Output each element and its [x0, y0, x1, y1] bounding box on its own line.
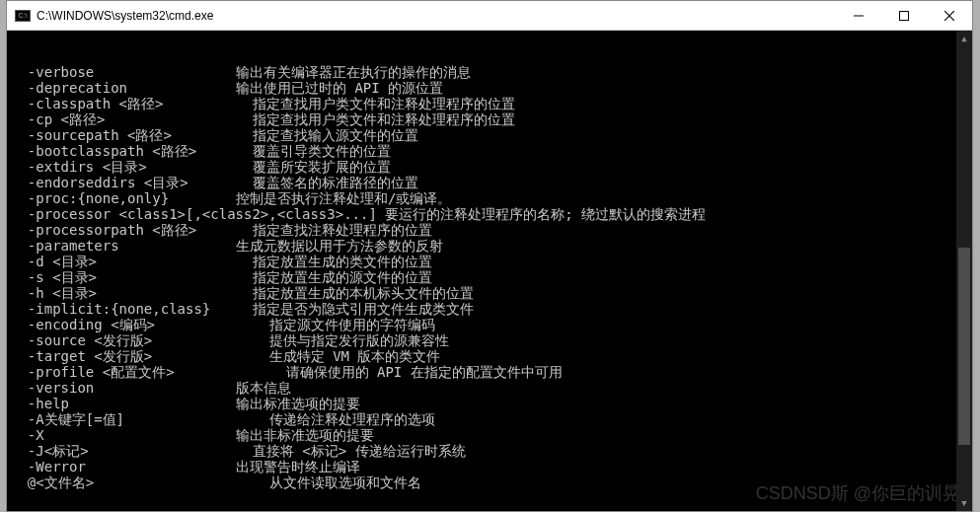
scroll-up-icon[interactable]: ▲: [956, 31, 972, 46]
option-desc: 直接将 <标记> 传递给运行时系统: [236, 443, 466, 459]
output-line: -implicit:{none,class} 指定是否为隐式引用文件生成类文件: [11, 301, 968, 317]
option-flag: -implicit:{none,class}: [11, 301, 236, 317]
option-desc: 指定是否为隐式引用文件生成类文件: [236, 301, 474, 317]
output-line: -extdirs <目录> 覆盖所安装扩展的位置: [11, 159, 968, 175]
option-flag: -J<标记>: [11, 443, 236, 459]
window-title: C:\WINDOWS\system32\cmd.exe: [37, 9, 836, 23]
option-desc: 指定查找用户类文件和注释处理程序的位置: [236, 111, 515, 127]
scroll-down-icon[interactable]: ▼: [956, 495, 972, 511]
minimize-button[interactable]: [836, 1, 881, 30]
option-flag: -A关键字[=值]: [11, 411, 236, 427]
option-flag: -extdirs <目录>: [11, 159, 236, 175]
option-flag: -bootclasspath <路径>: [11, 143, 236, 159]
output-line: -processorpath <路径> 指定查找注释处理程序的位置: [11, 222, 968, 238]
option-flag: -h <目录>: [11, 285, 236, 301]
output-line: -source <发行版> 提供与指定发行版的源兼容性: [11, 332, 968, 348]
output-line: -help输出标准选项的提要: [11, 396, 968, 411]
option-desc: 覆盖所安装扩展的位置: [236, 159, 391, 175]
option-desc: 输出使用已过时的 API 的源位置: [236, 80, 443, 96]
option-flag: -source <发行版>: [11, 332, 236, 348]
vertical-scrollbar[interactable]: ▲ ▼: [956, 31, 972, 511]
option-desc: 指定查找输入源文件的位置: [236, 127, 418, 143]
option-desc: 生成特定 VM 版本的类文件: [236, 348, 440, 364]
option-desc: 控制是否执行注释处理和/或编译。: [236, 190, 451, 206]
option-flag: -profile <配置文件>: [11, 364, 236, 380]
window-buttons: [836, 1, 972, 30]
option-flag: @<文件名>: [11, 475, 236, 490]
output-line: -cp <路径> 指定查找用户类文件和注释处理程序的位置: [11, 111, 968, 127]
output-line: -sourcepath <路径> 指定查找输入源文件的位置: [11, 127, 968, 143]
option-flag: -deprecation: [11, 80, 236, 96]
output-line: -X输出非标准选项的提要: [11, 427, 968, 443]
close-button[interactable]: [927, 1, 972, 30]
scrollbar-thumb[interactable]: [958, 248, 970, 445]
option-desc: 指定放置生成的本机标头文件的位置: [236, 285, 474, 301]
option-desc: 输出标准选项的提要: [236, 396, 360, 411]
output-line: -target <发行版> 生成特定 VM 版本的类文件: [11, 348, 968, 364]
option-desc: 覆盖签名的标准路径的位置: [236, 175, 418, 190]
output-line: -endorseddirs <目录> 覆盖签名的标准路径的位置: [11, 175, 968, 190]
output-line: -deprecation输出使用已过时的 API 的源位置: [11, 80, 968, 96]
output-line: -version版本信息: [11, 380, 968, 396]
output-line: -J<标记> 直接将 <标记> 传递给运行时系统: [11, 443, 968, 459]
output-line: -A关键字[=值] 传递给注释处理程序的选项: [11, 411, 968, 427]
output-line: -h <目录> 指定放置生成的本机标头文件的位置: [11, 285, 968, 301]
option-desc: 指定源文件使用的字符编码: [236, 317, 435, 332]
option-flag: -endorseddirs <目录>: [11, 175, 236, 190]
output-line: -profile <配置文件> 请确保使用的 API 在指定的配置文件中可用: [11, 364, 968, 380]
terminal-output: -verbose输出有关编译器正在执行的操作的消息 -deprecation输出…: [11, 64, 968, 490]
option-flag: -help: [11, 396, 236, 411]
output-line: -verbose输出有关编译器正在执行的操作的消息: [11, 64, 968, 80]
option-flag: -encoding <编码>: [11, 317, 236, 332]
output-line: -Werror出现警告时终止编译: [11, 459, 968, 475]
option-desc: 版本信息: [236, 380, 291, 396]
option-flag: -Werror: [11, 459, 236, 475]
cmd-window: C:\ C:\WINDOWS\system32\cmd.exe -verbose…: [6, 0, 973, 512]
output-line: -bootclasspath <路径> 覆盖引导类文件的位置: [11, 143, 968, 159]
terminal-area[interactable]: -verbose输出有关编译器正在执行的操作的消息 -deprecation输出…: [7, 31, 972, 511]
titlebar[interactable]: C:\ C:\WINDOWS\system32\cmd.exe: [7, 1, 972, 31]
option-desc: 出现警告时终止编译: [236, 459, 360, 475]
option-flag: -sourcepath <路径>: [11, 127, 236, 143]
option-desc: 指定查找用户类文件和注释处理程序的位置: [236, 96, 515, 111]
option-desc: 从文件读取选项和文件名: [236, 475, 421, 490]
option-flag: -parameters: [11, 238, 236, 254]
option-desc: 请确保使用的 API 在指定的配置文件中可用: [236, 364, 563, 380]
output-line: -classpath <路径> 指定查找用户类文件和注释处理程序的位置: [11, 96, 968, 111]
option-flag: -version: [11, 380, 236, 396]
output-line: -s <目录> 指定放置生成的源文件的位置: [11, 269, 968, 285]
option-desc: 提供与指定发行版的源兼容性: [236, 332, 449, 348]
option-flag: -processorpath <路径>: [11, 222, 236, 238]
option-desc: 传递给注释处理程序的选项: [236, 411, 435, 427]
option-flag: -proc:{none,only}: [11, 190, 236, 206]
option-flag: -verbose: [11, 64, 236, 80]
option-desc: 指定查找注释处理程序的位置: [236, 222, 432, 238]
maximize-button[interactable]: [881, 1, 927, 30]
option-desc: 指定放置生成的源文件的位置: [236, 269, 432, 285]
output-line: -encoding <编码> 指定源文件使用的字符编码: [11, 317, 968, 332]
output-line: @<文件名> 从文件读取选项和文件名: [11, 475, 968, 490]
option-flag: -X: [11, 427, 236, 443]
option-desc: 生成元数据以用于方法参数的反射: [236, 238, 443, 254]
option-desc: 输出有关编译器正在执行的操作的消息: [236, 64, 471, 80]
output-line: -proc:{none,only}控制是否执行注释处理和/或编译。: [11, 190, 968, 206]
cmd-icon: C:\: [15, 10, 31, 22]
output-line: -d <目录> 指定放置生成的类文件的位置: [11, 254, 968, 269]
option-flag: -s <目录>: [11, 269, 236, 285]
option-flag: -d <目录>: [11, 254, 236, 269]
option-desc: 输出非标准选项的提要: [236, 427, 374, 443]
option-flag: -target <发行版>: [11, 348, 236, 364]
svg-rect-1: [900, 11, 909, 20]
output-line: -processor <class1>[,<class2>,<class3>..…: [11, 206, 968, 222]
output-line: -parameters生成元数据以用于方法参数的反射: [11, 238, 968, 254]
option-desc: 指定放置生成的类文件的位置: [236, 254, 432, 269]
option-desc: 覆盖引导类文件的位置: [236, 143, 391, 159]
option-flag: -classpath <路径>: [11, 96, 236, 111]
option-flag: -cp <路径>: [11, 111, 236, 127]
